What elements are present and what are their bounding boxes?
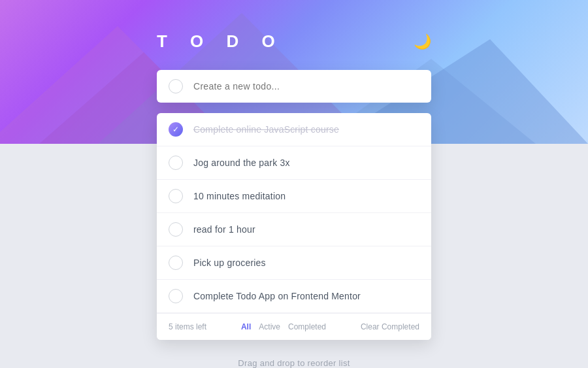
new-todo-circle [169,79,183,93]
filter-all-button[interactable]: All [241,322,251,331]
theme-toggle-icon[interactable]: 🌙 [414,33,431,50]
todo-item[interactable]: Complete Todo App on Frontend Mentor [157,280,431,313]
todo-item[interactable]: ✓ Complete online JavaScript course [157,113,431,146]
todo-checkbox-2[interactable] [169,156,183,170]
todo-checkbox-6[interactable] [169,289,183,303]
todo-checkbox-4[interactable] [169,222,183,237]
todo-checkbox-3[interactable] [169,189,183,203]
filter-buttons: All Active Completed [241,322,326,331]
todo-text-3: 10 minutes meditation [193,191,286,201]
todo-item[interactable]: 10 minutes meditation [157,180,431,213]
checkmark-icon: ✓ [172,125,179,134]
filter-completed-button[interactable]: Completed [288,322,326,331]
app-title: T O D O [157,31,284,52]
todo-footer: 5 items left All Active Completed Clear … [157,313,431,340]
todo-text-6: Complete Todo App on Frontend Mentor [193,291,361,301]
items-left-count: 5 items left [169,322,206,331]
todo-item[interactable]: Pick up groceries [157,246,431,280]
todo-item[interactable]: read for 1 hour [157,213,431,246]
new-todo-input[interactable] [193,81,419,92]
filter-active-button[interactable]: Active [259,322,280,331]
todo-text-4: read for 1 hour [193,224,255,235]
todo-text-1: Complete online JavaScript course [193,124,339,135]
todo-checkbox-5[interactable] [169,256,183,270]
app-header: T O D O 🌙 [157,31,431,52]
todo-text-2: Jog around the park 3x [193,158,290,168]
new-todo-container [157,70,431,103]
todo-text-5: Pick up groceries [193,258,266,268]
drag-hint-text: Drag and drop to reorder list [238,358,350,368]
todo-item[interactable]: Jog around the park 3x [157,146,431,180]
todo-list: ✓ Complete online JavaScript course Jog … [157,113,431,340]
todo-checkbox-1[interactable]: ✓ [169,122,183,137]
clear-completed-button[interactable]: Clear Completed [361,322,419,331]
